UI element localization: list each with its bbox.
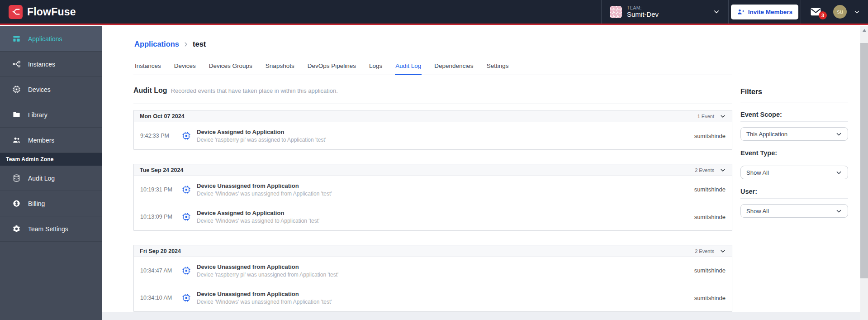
header-actions: TEAM: Sumit-Dev I xyxy=(601,0,868,24)
main-content: Applications test Instances Devices Devi… xyxy=(102,26,860,320)
filter-event-type: Event Type: Show All xyxy=(740,149,848,179)
sidebar-item-audit-log[interactable]: Audit Log xyxy=(0,166,102,191)
sidebar-item-library[interactable]: Library xyxy=(0,102,102,128)
billing-dollar-icon xyxy=(12,199,21,208)
applications-icon xyxy=(12,34,21,43)
filters-panel: Filters Event Scope: This Application Ev… xyxy=(740,88,848,218)
event-group-header[interactable]: Mon Oct 07 2024 1 Event xyxy=(134,110,732,122)
event-type-value: Show All xyxy=(746,169,769,176)
event-row: 10:13:09 PM Device Assigned to Applicati… xyxy=(134,203,732,230)
event-title: Device Unassigned from Application xyxy=(197,291,332,297)
filter-label: User: xyxy=(740,188,848,199)
breadcrumb: Applications test xyxy=(134,40,206,48)
event-description: Device 'raspberry pi' was assigned to Ap… xyxy=(197,137,326,143)
event-row: 10:19:31 PM Device Unassigned from Appli… xyxy=(134,176,732,203)
user-plus-icon xyxy=(737,8,745,16)
chevron-down-icon[interactable] xyxy=(720,113,726,119)
group-date: Tue Sep 24 2024 xyxy=(140,167,183,173)
breadcrumb-applications-link[interactable]: Applications xyxy=(134,40,179,48)
group-date: Mon Oct 07 2024 xyxy=(140,113,185,119)
scroll-up-button[interactable] xyxy=(860,26,868,34)
sidebar-item-label: Applications xyxy=(28,35,62,43)
brand-name: FlowFuse xyxy=(27,6,76,18)
event-type-select[interactable]: Show All xyxy=(740,166,848,179)
event-group-header[interactable]: Fri Sep 20 2024 2 Events xyxy=(134,245,732,257)
team-selector[interactable]: TEAM: Sumit-Dev xyxy=(602,0,728,24)
tab-snapshots[interactable]: Snapshots xyxy=(265,59,295,75)
user-menu[interactable]: su xyxy=(830,0,868,24)
event-group: Mon Oct 07 2024 1 Event 9:42:33 PM xyxy=(133,110,732,150)
team-text: TEAM: Sumit-Dev xyxy=(627,5,659,19)
team-avatar xyxy=(610,6,622,18)
event-scope-select[interactable]: This Application xyxy=(740,127,848,141)
event-user: sumitshinde xyxy=(694,295,726,301)
tab-devices[interactable]: Devices xyxy=(174,59,196,75)
tab-devices-groups[interactable]: Devices Groups xyxy=(209,59,253,75)
event-row: 10:34:10 AM Device Unassigned from Appli… xyxy=(134,284,732,311)
event-row: 9:42:33 PM Device Assigned to Applicatio… xyxy=(134,122,732,149)
event-row: 10:34:47 AM Device Unassigned from Appli… xyxy=(134,257,732,284)
invite-members-label: Invite Members xyxy=(748,9,792,15)
group-event-count: 1 Event xyxy=(697,114,714,119)
event-description: Device 'Windows' was unassigned from App… xyxy=(197,191,332,197)
user-filter-value: Show All xyxy=(746,208,769,215)
audit-log-database-icon xyxy=(12,174,21,182)
filter-user: User: Show All xyxy=(740,188,848,218)
tab-audit-log[interactable]: Audit Log xyxy=(395,59,422,75)
tab-dependencies[interactable]: Dependencies xyxy=(434,59,474,75)
library-folder-icon xyxy=(12,110,21,119)
group-event-count: 2 Events xyxy=(695,248,714,254)
sidebar-item-label: Devices xyxy=(28,86,51,93)
notifications-button[interactable]: 3 xyxy=(801,0,830,24)
sidebar-item-label: Instances xyxy=(28,61,55,68)
chevron-down-icon xyxy=(854,9,860,15)
audit-event-list: Mon Oct 07 2024 1 Event 9:42:33 PM xyxy=(133,110,732,320)
chevron-down-icon[interactable] xyxy=(720,248,726,254)
event-time: 10:34:10 AM xyxy=(140,295,178,301)
tab-devops-pipelines[interactable]: DevOps Pipelines xyxy=(307,59,356,75)
device-chip-icon xyxy=(182,266,191,275)
settings-gear-icon xyxy=(12,224,21,233)
tab-instances[interactable]: Instances xyxy=(134,59,161,75)
invite-wrap: Invite Members xyxy=(729,0,801,24)
sidebar: Applications Instances Devi xyxy=(0,26,102,320)
event-description: Device 'Windows' was assigned to Applica… xyxy=(197,218,319,224)
sidebar-item-label: Members xyxy=(28,137,54,144)
tab-bar: Instances Devices Devices Groups Snapsho… xyxy=(133,59,732,75)
page-title: Audit Log xyxy=(133,86,167,95)
event-title: Device Assigned to Application xyxy=(197,129,326,135)
event-scope-value: This Application xyxy=(746,131,787,138)
sidebar-item-billing[interactable]: Billing xyxy=(0,191,102,216)
sidebar-item-members[interactable]: Members xyxy=(0,128,102,153)
scroll-up-arrow-icon xyxy=(863,29,866,32)
event-group-header[interactable]: Tue Sep 24 2024 2 Events xyxy=(134,164,732,176)
sidebar-item-team-settings[interactable]: Team Settings xyxy=(0,216,102,242)
sidebar-item-devices[interactable]: Devices xyxy=(0,77,102,102)
members-icon xyxy=(12,136,21,144)
instances-icon xyxy=(12,60,21,68)
invite-members-button[interactable]: Invite Members xyxy=(731,5,798,19)
brand-home-link[interactable]: FlowFuse xyxy=(0,5,76,19)
device-chip-icon xyxy=(12,85,21,94)
sidebar-item-label: Team Settings xyxy=(28,225,68,233)
sidebar-item-applications[interactable]: Applications xyxy=(0,26,102,52)
event-title: Device Unassigned from Application xyxy=(197,263,338,270)
chevron-down-icon xyxy=(835,208,842,215)
event-user: sumitshinde xyxy=(694,186,726,193)
chevron-down-icon xyxy=(835,131,842,138)
tab-logs[interactable]: Logs xyxy=(369,59,383,75)
scrollbar-thumb[interactable] xyxy=(860,43,868,278)
team-admin-zone-label: Team Admin Zone xyxy=(6,156,54,162)
divider xyxy=(133,104,732,104)
device-chip-icon xyxy=(182,185,191,194)
team-name: Sumit-Dev xyxy=(627,10,659,18)
chevron-down-icon[interactable] xyxy=(720,167,726,173)
device-chip-icon xyxy=(182,212,191,221)
user-select[interactable]: Show All xyxy=(740,204,848,218)
tab-settings[interactable]: Settings xyxy=(486,59,509,75)
sidebar-item-label: Library xyxy=(28,111,47,119)
page-subtitle: Recorded events that have taken place in… xyxy=(171,87,338,94)
event-title: Device Assigned to Application xyxy=(197,210,319,216)
sidebar-item-instances[interactable]: Instances xyxy=(0,52,102,77)
event-description: Device 'raspberry pi' was unassigned fro… xyxy=(197,272,338,278)
